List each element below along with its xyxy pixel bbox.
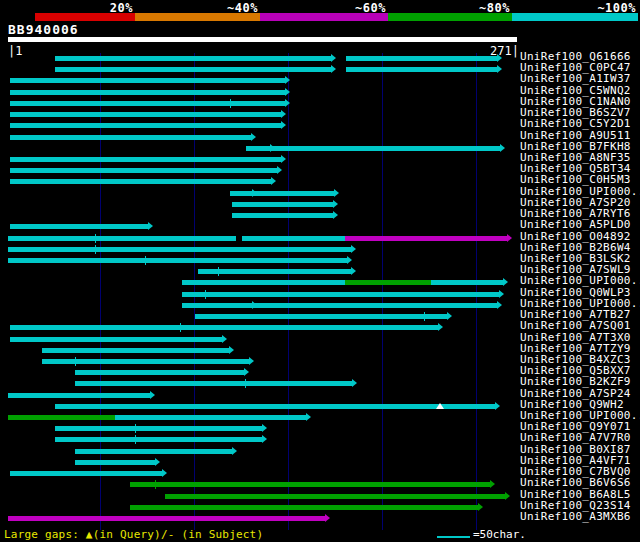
segment-arrowhead[interactable]	[331, 54, 336, 62]
alignment-bar-segment[interactable]	[252, 303, 497, 308]
alignment-bar-segment[interactable]	[55, 437, 262, 442]
alignment-bar-segment[interactable]	[75, 381, 352, 386]
segment-arrowhead[interactable]	[262, 435, 267, 443]
segment-arrowhead[interactable]	[148, 222, 153, 230]
segment-arrowhead[interactable]	[505, 492, 510, 500]
segment-arrowhead[interactable]	[262, 424, 267, 432]
segment-arrowhead[interactable]	[306, 413, 311, 421]
segment-arrowhead[interactable]	[285, 76, 290, 84]
alignment-bar-segment[interactable]	[431, 280, 503, 285]
segment-arrowhead[interactable]	[277, 166, 282, 174]
alignment-bar-segment[interactable]	[10, 90, 285, 95]
alignment-bar-segment[interactable]	[10, 78, 285, 83]
hit-label[interactable]: UniRef100_B6V6S6	[520, 477, 631, 488]
alignment-bar-segment[interactable]	[130, 482, 490, 487]
alignment-bar-segment[interactable]	[232, 213, 333, 218]
segment-arrowhead[interactable]	[495, 402, 500, 410]
segment-arrowhead[interactable]	[155, 458, 160, 466]
segment-arrowhead[interactable]	[351, 267, 356, 275]
alignment-bar-segment[interactable]	[232, 202, 333, 207]
segment-arrowhead[interactable]	[229, 346, 234, 354]
segment-arrowhead[interactable]	[497, 65, 502, 73]
alignment-bar-segment[interactable]	[55, 56, 331, 61]
alignment-bar-segment[interactable]	[165, 494, 505, 499]
alignment-bar-segment[interactable]	[8, 247, 351, 252]
alignment-bar-segment[interactable]	[55, 67, 331, 72]
alignment-bar-segment[interactable]	[115, 415, 306, 420]
alignment-bar-segment[interactable]	[10, 179, 271, 184]
segment-arrowhead[interactable]	[281, 155, 286, 163]
segment-arrowhead[interactable]	[507, 234, 512, 242]
segment-arrowhead[interactable]	[244, 368, 249, 376]
alignment-bar-segment[interactable]	[252, 191, 334, 196]
alignment-bar-segment[interactable]	[75, 460, 155, 465]
segment-arrowhead[interactable]	[249, 357, 254, 365]
alignment-bar-segment[interactable]	[346, 67, 497, 72]
alignment-bar-segment[interactable]	[345, 236, 507, 241]
alignment-bar-segment[interactable]	[10, 471, 162, 476]
hit-label[interactable]: UniRef100_A1IW37	[520, 73, 631, 84]
alignment-bar-segment[interactable]	[182, 280, 345, 285]
segment-arrowhead[interactable]	[333, 211, 338, 219]
segment-arrowhead[interactable]	[285, 99, 290, 107]
alignment-bar-segment[interactable]	[10, 325, 438, 330]
alignment-bar-segment[interactable]	[246, 146, 270, 151]
segment-arrowhead[interactable]	[500, 144, 505, 152]
hit-label[interactable]: UniRef100_A5PLD0	[520, 219, 631, 230]
segment-arrowhead[interactable]	[478, 503, 483, 511]
alignment-bar-segment[interactable]	[42, 359, 249, 364]
alignment-bar-segment[interactable]	[75, 449, 232, 454]
alignment-bar-segment[interactable]	[10, 224, 148, 229]
alignment-bar-segment[interactable]	[42, 348, 229, 353]
hit-label[interactable]: UniRef100_C5Y2D1	[520, 118, 631, 129]
hit-label[interactable]: UniRef100_C0H5M3	[520, 174, 631, 185]
hit-label[interactable]: UniRef100_UPI000..	[520, 275, 640, 286]
segment-arrowhead[interactable]	[499, 290, 504, 298]
alignment-bar-segment[interactable]	[198, 269, 351, 274]
alignment-bar-segment[interactable]	[182, 292, 499, 297]
hit-label[interactable]: UniRef100_A7SQ01	[520, 320, 631, 331]
segment-arrowhead[interactable]	[285, 88, 290, 96]
alignment-bar-segment[interactable]	[10, 337, 222, 342]
segment-arrowhead[interactable]	[251, 133, 256, 141]
alignment-bar-segment[interactable]	[10, 101, 285, 106]
segment-arrowhead[interactable]	[490, 480, 495, 488]
alignment-bar-segment[interactable]	[8, 236, 236, 241]
alignment-bar-segment[interactable]	[195, 314, 447, 319]
segment-arrowhead[interactable]	[281, 110, 286, 118]
alignment-bar-segment[interactable]	[345, 280, 431, 285]
segment-arrowhead[interactable]	[232, 447, 237, 455]
alignment-bar-segment[interactable]	[10, 168, 277, 173]
segment-arrowhead[interactable]	[150, 391, 155, 399]
segment-arrowhead[interactable]	[334, 189, 339, 197]
alignment-bar-segment[interactable]	[8, 415, 115, 420]
alignment-bar-segment[interactable]	[242, 236, 345, 241]
segment-arrowhead[interactable]	[162, 469, 167, 477]
segment-arrowhead[interactable]	[271, 177, 276, 185]
alignment-bar-segment[interactable]	[8, 393, 150, 398]
alignment-bar-segment[interactable]	[75, 370, 244, 375]
segment-arrowhead[interactable]	[438, 323, 443, 331]
segment-arrowhead[interactable]	[281, 121, 286, 129]
hit-label[interactable]: UniRef100_A7V7R0	[520, 432, 631, 443]
segment-arrowhead[interactable]	[497, 54, 502, 62]
segment-arrowhead[interactable]	[222, 335, 227, 343]
alignment-bar-segment[interactable]	[55, 426, 262, 431]
segment-arrowhead[interactable]	[352, 379, 357, 387]
alignment-bar-segment[interactable]	[10, 157, 281, 162]
alignment-bar-segment[interactable]	[10, 112, 281, 117]
segment-arrowhead[interactable]	[351, 245, 356, 253]
hit-label[interactable]: UniRef100_B2KZF9	[520, 376, 631, 387]
alignment-bar-segment[interactable]	[130, 505, 478, 510]
alignment-bar-segment[interactable]	[8, 516, 325, 521]
alignment-bar-segment[interactable]	[10, 123, 281, 128]
hit-label[interactable]: UniRef100_A3MXB6	[520, 511, 631, 522]
segment-arrowhead[interactable]	[325, 514, 330, 522]
segment-arrowhead[interactable]	[331, 65, 336, 73]
alignment-bar-segment[interactable]	[182, 303, 252, 308]
alignment-bar-segment[interactable]	[8, 258, 347, 263]
alignment-bar-segment[interactable]	[346, 56, 497, 61]
query-name[interactable]: BB940006	[8, 22, 79, 37]
segment-arrowhead[interactable]	[447, 312, 452, 320]
alignment-bar-segment[interactable]	[55, 404, 495, 409]
